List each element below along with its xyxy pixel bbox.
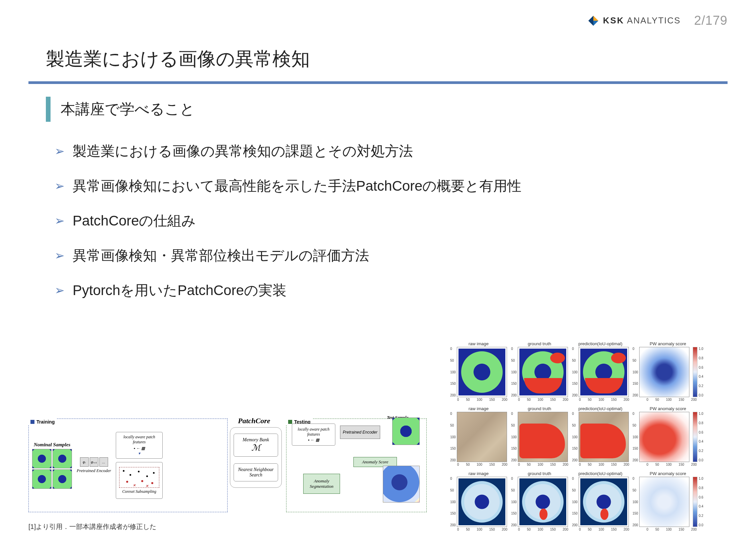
plot-image [639, 477, 689, 527]
encoder-layer: φᵢ₊₁ [90, 457, 98, 467]
header-row: KSK ANALYTICS 2/179 [28, 13, 728, 28]
x-axis-ticks: 050100150200 [457, 398, 507, 401]
coreset-box: ✕ ✕ Coreset Subsampling [116, 462, 163, 499]
results-grid: raw image050100150200050100150200ground … [450, 341, 728, 531]
grid-cell: ground truth050100150200050100150200 [511, 406, 568, 466]
locally-aware-label: locally aware patch features [294, 427, 333, 437]
grid-cell: raw image050100150200050100150200 [450, 341, 507, 401]
x-axis-ticks: 050100150200 [518, 528, 568, 531]
grid-row: raw image050100150200050100150200ground … [450, 471, 728, 531]
cell-title: raw image [469, 406, 489, 411]
plot-image [639, 412, 689, 462]
colorbar-ticks: 1.00.80.60.40.20.0 [699, 347, 703, 397]
anomaly-seg-box: Anomaly Segmentation [303, 474, 340, 494]
encoder-block: φᵢ φᵢ₊₁ … Pretrained Encoder [77, 457, 111, 473]
grid-cell: prediction(IoU-optimal)05010015020005010… [572, 471, 629, 531]
title-underline-bar [28, 81, 728, 84]
plot-image [579, 412, 629, 462]
grid-cell: prediction(IoU-optimal)05010015020005010… [572, 341, 629, 401]
x-axis-ticks: 050100150200 [579, 528, 629, 531]
memory-bank-symbol: ℳ [235, 443, 276, 453]
grid-cell: prediction(IoU-optimal)05010015020005010… [572, 406, 629, 466]
y-axis-ticks: 050100150200 [450, 477, 457, 527]
patchcore-diagram: Training Nominal Samples [28, 419, 420, 512]
plot-image [518, 477, 568, 527]
test-sample-thumb [392, 418, 420, 445]
grid-cell: raw image050100150200050100150200 [450, 406, 507, 466]
plot-image [579, 347, 629, 397]
plot-image [518, 347, 568, 397]
cell-title: ground truth [528, 341, 551, 346]
memory-bank-label: Memory Bank [235, 437, 276, 443]
coreset-scatter: ✕ ✕ [119, 467, 159, 488]
x-axis-ticks: 050100150200 [457, 528, 507, 531]
logo-text: KSK ANALYTICS [603, 15, 681, 26]
colorbar-ticks: 1.00.80.60.40.20.0 [699, 477, 703, 527]
coreset-label: Coreset Subsampling [122, 489, 156, 494]
y-axis-ticks: 050100150200 [633, 477, 639, 527]
y-axis-ticks: 050100150200 [572, 347, 579, 397]
svg-marker-0 [593, 16, 598, 21]
y-axis-ticks: 050100150200 [572, 477, 579, 527]
plot-image [579, 477, 629, 527]
locally-aware-label: locally aware patch features [118, 435, 160, 445]
nominal-samples-label: Nominal Samples [34, 442, 71, 448]
subtitle-text: 本講座で学べること [61, 97, 195, 122]
x-axis-ticks: 050100150200 [518, 398, 568, 401]
y-axis-ticks: 050100150200 [511, 347, 518, 397]
bullet-item: ➢ 製造業における画像の異常検知の課題とその対処方法 [55, 142, 728, 161]
cell-title: PW anomaly score [650, 341, 686, 346]
locally-aware-box-test: locally aware patch features ▪ ← ▩ [292, 424, 335, 446]
cell-title: prediction(IoU-optimal) [578, 471, 622, 476]
cell-title: ground truth [528, 471, 551, 476]
svg-marker-1 [593, 21, 598, 26]
pretrained-encoder-test: Pretrained Encoder [340, 426, 380, 439]
locally-aware-box: locally aware patch features ▪ ← ▩ ▾ [116, 432, 163, 459]
grid-row: raw image050100150200050100150200ground … [450, 341, 728, 401]
colorbar-ticks: 1.00.80.60.40.20.0 [699, 412, 703, 462]
architecture-figure: Training Nominal Samples [28, 419, 420, 531]
anomaly-heatmap-thumb [383, 466, 420, 503]
page-number: 2/179 [694, 13, 728, 28]
colorbar [693, 347, 697, 397]
bullet-item: ➢ 異常画像検知において最高性能を示した手法PatchCoreの概要と有用性 [55, 177, 728, 195]
bullet-text: 異常画像検知・異常部位検出モデルの評価方法 [73, 246, 369, 265]
citation-text: [1]より引用．一部本講座作成者が修正した [28, 522, 420, 531]
encoder-layer: … [99, 457, 108, 467]
grid-cell: PW anomaly score0501001502001.00.80.60.4… [633, 341, 703, 401]
sample-thumb [53, 449, 72, 468]
svg-marker-2 [588, 16, 593, 26]
y-axis-ticks: 050100150200 [511, 477, 518, 527]
cell-title: ground truth [528, 406, 551, 411]
sample-thumb [32, 469, 52, 489]
x-axis-ticks: 050100150200 [518, 463, 568, 466]
testing-panel: Testing locally aware patch features ▪ ←… [286, 419, 427, 512]
pretrained-encoder-label: Pretrained Encoder [77, 468, 111, 473]
x-axis-ticks: 050100150200 [579, 463, 629, 466]
grid-cell: ground truth050100150200050100150200 [511, 471, 568, 531]
colorbar [693, 477, 697, 527]
bullet-item: ➢ PatchCoreの仕組み [55, 211, 728, 230]
page-title: 製造業における画像の異常検知 [46, 47, 728, 72]
plot-image [518, 412, 568, 462]
chevron-right-icon: ➢ [55, 249, 65, 263]
cell-title: raw image [469, 341, 489, 346]
brand-logo: KSK ANALYTICS [588, 15, 681, 26]
training-panel: Training Nominal Samples [28, 419, 228, 512]
sample-thumb [32, 449, 52, 468]
chevron-right-icon: ➢ [55, 144, 65, 158]
patchcore-title: PatchCore [236, 417, 272, 425]
plot-image [457, 412, 507, 462]
bullet-text: 製造業における画像の異常検知の課題とその対処方法 [73, 142, 413, 161]
square-icon [30, 420, 34, 424]
bullet-list: ➢ 製造業における画像の異常検知の課題とその対処方法 ➢ 異常画像検知において最… [55, 142, 728, 300]
cell-title: prediction(IoU-optimal) [578, 406, 622, 411]
chevron-right-icon: ➢ [55, 179, 65, 193]
grid-row: raw image050100150200050100150200ground … [450, 406, 728, 466]
x-axis-ticks: 050100150200 [579, 398, 629, 401]
bullet-item: ➢ 異常画像検知・異常部位検出モデルの評価方法 [55, 246, 728, 265]
y-axis-ticks: 050100150200 [572, 412, 579, 462]
bullet-text: PatchCoreの仕組み [73, 211, 196, 230]
plot-image [457, 477, 507, 527]
plot-image [639, 347, 689, 397]
